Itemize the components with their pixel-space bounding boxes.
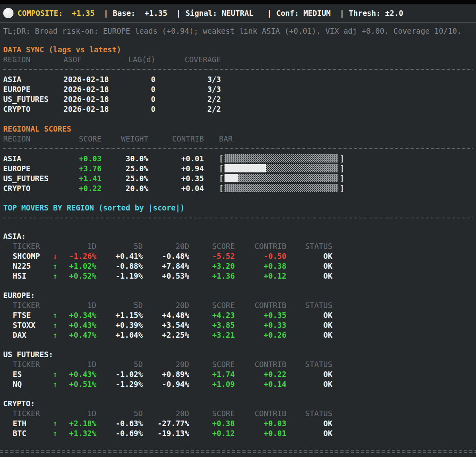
tldr-line: TL;DR: Broad risk-on: EUROPE leads (+0.9… (3, 26, 473, 36)
cell-1d: +1.32% (59, 429, 96, 438)
col-weight: WEIGHT (102, 134, 148, 143)
cell-20d: +4.48% (143, 311, 189, 319)
table-row: SHCOMP↓-1.26%+0.41%-0.48%-5.52-0.50OK (3, 251, 473, 261)
cell-contrib: +0.38 (235, 262, 286, 270)
table-row: ASIA+0.0330.0%+0.01[] (3, 153, 473, 163)
arrow-up-icon: ↑ (53, 429, 59, 438)
score-bar-fill (225, 164, 265, 172)
base-value (135, 9, 144, 17)
cell-bar: [] (219, 184, 344, 193)
cell-region: EUROPE (3, 164, 78, 173)
bar-open-bracket: [ (219, 184, 223, 193)
data-sync-column-header: REGION ASOF LAG(d) COVERAGE (3, 54, 473, 64)
bar-close-bracket: ] (340, 154, 344, 163)
cell-20d: -19.13% (143, 429, 189, 438)
col-1d: 1D (59, 242, 96, 250)
col-score: SCORE (189, 242, 235, 250)
bar-open-bracket: [ (219, 174, 223, 183)
cell-contrib: +0.01 (148, 154, 204, 163)
score-bar (225, 174, 338, 182)
cell-region: US_FUTURES (3, 174, 78, 183)
bottom-separator (0, 450, 476, 453)
cell-score: +0.03 (78, 154, 102, 163)
thresh-label (344, 9, 349, 17)
col-contrib: CONTRIB (235, 301, 286, 310)
cell-5d: -0.63% (96, 419, 143, 428)
regional-scores-title: REGIONAL SCORES (3, 124, 473, 134)
table-row: FTSE↑+0.34%+1.15%+4.48%+4.23+0.35OK (3, 310, 473, 320)
table-separator (3, 148, 473, 149)
col-20d: 20D (143, 409, 189, 418)
cell-5d: +0.39% (96, 321, 143, 329)
cell-20d: -0.48% (143, 252, 189, 260)
cell-1d: +2.18% (59, 419, 96, 428)
cell-20d: +0.89% (143, 370, 189, 379)
col-contrib: CONTRIB (235, 360, 286, 369)
conf-label (272, 9, 276, 17)
table-row: BTC↑+1.32%-0.69%-19.13%+0.12+0.01OK (3, 428, 473, 438)
cell-status: OK (286, 321, 332, 329)
data-sync-title: DATA SYNC (lags vs latest) (3, 44, 473, 54)
arrow-up-icon: ↑ (53, 331, 59, 339)
bar-close-bracket: ] (340, 174, 344, 183)
table-row: CRYPTO+0.2220.0%+0.04[] (3, 183, 473, 193)
cell-asof: 2026-02-18 (63, 105, 109, 113)
cell-status: OK (286, 311, 332, 319)
col-contrib: CONTRIB (235, 409, 286, 418)
cell-5d: -1.19% (96, 272, 143, 280)
table-row: EUROPE2026-02-1803/3 (3, 84, 473, 94)
movers-region-title: EUROPE: (3, 290, 473, 300)
regional-scores-rows: ASIA+0.0330.0%+0.01[]EUROPE+3.7625.0%+0.… (3, 153, 473, 193)
col-status: STATUS (286, 242, 332, 250)
bar-open-bracket: [ (219, 164, 223, 173)
cell-asof: 2026-02-18 (63, 95, 109, 103)
cell-contrib: +0.03 (235, 419, 286, 428)
cell-asof: 2026-02-18 (63, 75, 109, 84)
cell-contrib: -0.50 (235, 252, 286, 260)
cell-region: ASIA (3, 75, 63, 84)
movers-column-header: TICKER1D5D20DSCORECONTRIBSTATUS (3, 241, 473, 251)
col-5d: 5D (96, 242, 143, 250)
separator (253, 9, 267, 17)
arrow-up-icon: ↑ (53, 380, 59, 388)
signal-value-text: NEUTRAL (222, 9, 253, 17)
signal-label-text: Signal: (185, 9, 217, 17)
cell-score: +1.09 (189, 380, 235, 388)
cell-coverage: 2/2 (155, 95, 221, 103)
base-label (108, 9, 113, 17)
col-score: SCORE (78, 134, 102, 143)
col-20d: 20D (143, 301, 189, 310)
cell-bar: [] (219, 164, 344, 173)
section-separator (3, 218, 473, 218)
cell-score: +4.23 (189, 311, 235, 319)
cell-coverage: 3/3 (155, 85, 221, 94)
score-bar (225, 154, 338, 163)
cell-region: CRYPTO (3, 105, 63, 113)
col-20d: 20D (143, 360, 189, 369)
table-row: EUROPE+3.7625.0%+0.94[] (3, 163, 473, 173)
cell-ticker: BTC (13, 429, 53, 438)
col-1d: 1D (59, 409, 96, 418)
col-score: SCORE (189, 409, 235, 418)
cell-weight: 30.0% (102, 154, 148, 163)
cell-region: EUROPE (3, 85, 63, 94)
table-row: ASIA2026-02-1803/3 (3, 74, 473, 84)
col-bar: BAR (219, 134, 232, 143)
cell-20d: +0.53% (143, 272, 189, 280)
cell-score: +3.21 (189, 331, 235, 339)
cell-status: OK (286, 262, 332, 270)
regional-scores-column-header: REGION SCORE WEIGHT CONTRIB BAR (3, 134, 473, 143)
status-circle-icon (3, 8, 13, 18)
cell-ticker: DAX (13, 331, 53, 339)
arrow-up-icon: ↑ (53, 311, 59, 319)
cell-score: +3.76 (78, 164, 102, 173)
col-20d: 20D (143, 242, 189, 250)
table-row: US_FUTURES+1.4125.0%+0.35[] (3, 173, 473, 183)
cell-5d: -0.69% (96, 429, 143, 438)
cell-20d: -27.77% (143, 419, 189, 428)
cell-lag: 0 (109, 75, 155, 84)
cell-lag: 0 (109, 95, 155, 103)
score-bar (225, 184, 338, 192)
table-row: DAX↑+0.47%+1.04%+2.25%+3.21+0.26OK (3, 330, 473, 340)
dashed-line (0, 450, 476, 451)
